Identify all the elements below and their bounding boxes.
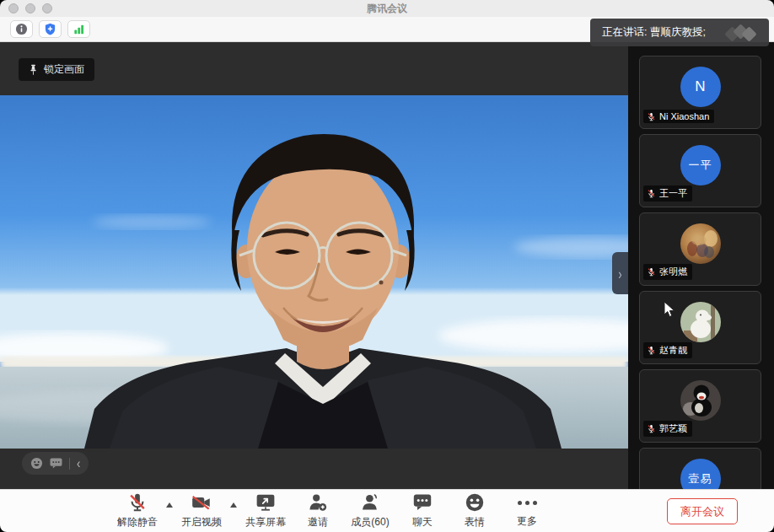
- video-options-caret[interactable]: [228, 502, 239, 508]
- unmute-button[interactable]: 解除静音: [111, 492, 164, 529]
- collapse-pill-chevron-icon[interactable]: ‹: [77, 456, 80, 470]
- start-video-label: 开启视频: [181, 515, 222, 529]
- participant-tile[interactable]: 郭艺颖: [639, 369, 761, 443]
- avatar: [680, 302, 721, 342]
- lock-view-button[interactable]: 锁定画面: [19, 58, 94, 81]
- participant-tile[interactable]: 壹易: [639, 448, 761, 489]
- main-area: 锁定画面: [0, 42, 774, 489]
- painting-avatar-image: [680, 223, 721, 264]
- participant-tile[interactable]: 一平 王一平: [639, 134, 761, 207]
- participant-name-tag: 赵青靓: [643, 342, 692, 358]
- start-video-button[interactable]: 开启视频: [175, 492, 228, 529]
- caret-up-icon: [230, 502, 237, 508]
- pin-icon: [29, 64, 38, 76]
- avatar: [680, 223, 721, 264]
- network-status-button[interactable]: [67, 20, 90, 38]
- tencent-meeting-logo-icon: [725, 24, 761, 42]
- participant-tile[interactable]: 张明燃: [639, 212, 761, 286]
- mic-muted-icon: [647, 267, 656, 277]
- lock-view-label: 锁定画面: [44, 62, 84, 77]
- share-screen-icon: [255, 492, 276, 513]
- participant-name: Ni Xiaoshan: [659, 111, 709, 121]
- active-speaker-text: 正在讲话: 曹顺庆教授;: [602, 25, 706, 40]
- chat-icon: [412, 492, 433, 513]
- titlebar: 腾讯会议: [0, 0, 774, 17]
- leave-meeting-button[interactable]: 离开会议: [667, 498, 738, 524]
- emoji-icon: [465, 492, 485, 513]
- mic-muted-icon: [647, 346, 656, 355]
- moomin-avatar-image: [680, 302, 721, 342]
- meeting-info-button[interactable]: [10, 20, 33, 38]
- chat-button[interactable]: 聊天: [396, 492, 449, 529]
- invite-icon: [308, 492, 328, 513]
- speaker-video: [0, 95, 628, 449]
- mic-muted-icon: [647, 189, 656, 198]
- participant-tile[interactable]: N Ni Xiaoshan: [639, 56, 761, 129]
- share-screen-button[interactable]: 共享屏幕: [239, 492, 292, 529]
- chat-label: 聊天: [412, 515, 433, 529]
- members-label: 成员(60): [351, 515, 389, 529]
- emoji-reaction-icon[interactable]: [30, 457, 43, 470]
- mic-muted-icon: [647, 112, 656, 121]
- pill-divider: [69, 458, 70, 470]
- avatar: 壹易: [680, 459, 721, 489]
- invite-label: 邀请: [308, 515, 328, 529]
- avatar: N: [680, 67, 721, 107]
- participant-name: 赵青靓: [659, 344, 687, 357]
- chevron-right-icon: ›: [618, 265, 621, 282]
- participant-name-tag: 张明燃: [643, 264, 692, 280]
- speaker-stage: 锁定画面: [0, 42, 628, 489]
- participant-name-tag: 郭艺颖: [643, 421, 692, 437]
- mic-muted-icon: [127, 492, 148, 513]
- audio-options-caret[interactable]: [164, 502, 175, 508]
- participant-name: 王一平: [659, 187, 687, 200]
- active-speaker-banner: 正在讲话: 曹顺庆教授;: [590, 19, 769, 46]
- signal-bars-icon: [73, 23, 85, 35]
- participant-name-tag: Ni Xiaoshan: [643, 110, 714, 123]
- participant-tile[interactable]: 赵青靓: [639, 291, 761, 364]
- bottom-toolbar: 解除静音 开启视频 共享屏幕: [0, 489, 774, 532]
- meeting-window: 腾讯会议 正在讲话: 曹顺庆教授;: [0, 0, 774, 532]
- emoji-label: 表情: [465, 515, 485, 529]
- avatar: [680, 380, 721, 421]
- participant-name: 张明燃: [659, 266, 687, 278]
- invite-button[interactable]: 邀请: [292, 492, 344, 529]
- participants-sidebar: N Ni Xiaoshan 一平: [628, 42, 774, 489]
- members-button[interactable]: 成员(60): [344, 492, 396, 529]
- avatar: 一平: [680, 145, 721, 185]
- more-icon: [518, 493, 537, 512]
- shield-plus-icon: [44, 23, 56, 35]
- more-button[interactable]: 更多: [501, 493, 553, 529]
- mic-muted-icon: [647, 424, 656, 433]
- unmute-label: 解除静音: [117, 515, 158, 529]
- share-screen-label: 共享屏幕: [245, 515, 286, 529]
- window-title: 腾讯会议: [0, 2, 774, 16]
- participant-name: 郭艺颖: [659, 422, 687, 435]
- penguin-avatar-image: [680, 380, 721, 421]
- sidebar-collapse-handle[interactable]: ›: [612, 252, 628, 294]
- meeting-security-button[interactable]: [39, 20, 62, 38]
- more-label: 更多: [517, 514, 537, 529]
- reaction-pill: ‹: [22, 452, 89, 475]
- camera-muted-icon: [191, 492, 212, 513]
- speaker-video-scene: [0, 95, 628, 449]
- caption-chat-icon[interactable]: [50, 458, 62, 469]
- info-icon: [15, 23, 28, 35]
- members-icon: [360, 492, 380, 513]
- participant-name-tag: 王一平: [643, 185, 692, 202]
- emoji-button[interactable]: 表情: [449, 492, 501, 529]
- mouse-cursor: [664, 301, 676, 319]
- caret-up-icon: [166, 502, 173, 508]
